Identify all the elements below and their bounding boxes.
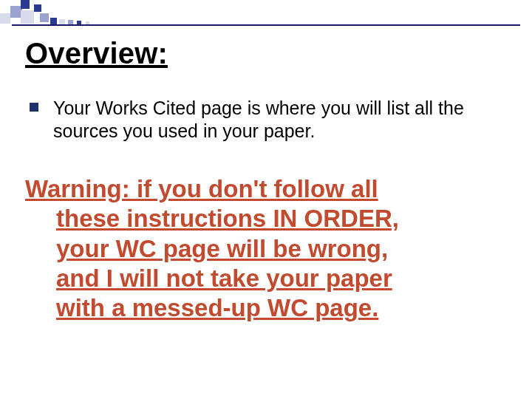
slide-content: Overview: Your Works Cited page is where… [25,37,507,323]
divider-line [12,24,520,26]
warning-line: with a messed-up WC page. [25,293,507,323]
bullet-item: Your Works Cited page is where you will … [25,97,507,142]
warning-line: your WC page will be wrong, [25,234,507,264]
warning-line: and I will not take your paper [25,264,507,293]
slide-corner-decoration [0,0,118,25]
warning-line: these instructions IN ORDER, [25,204,507,233]
warning-line: Warning: if you don't follow all [25,174,507,204]
square-bullet-icon [30,103,38,112]
warning-paragraph: Warning: if you don't follow all these i… [25,174,507,323]
slide-heading: Overview: [25,37,507,70]
bullet-text: Your Works Cited page is where you will … [53,97,507,142]
